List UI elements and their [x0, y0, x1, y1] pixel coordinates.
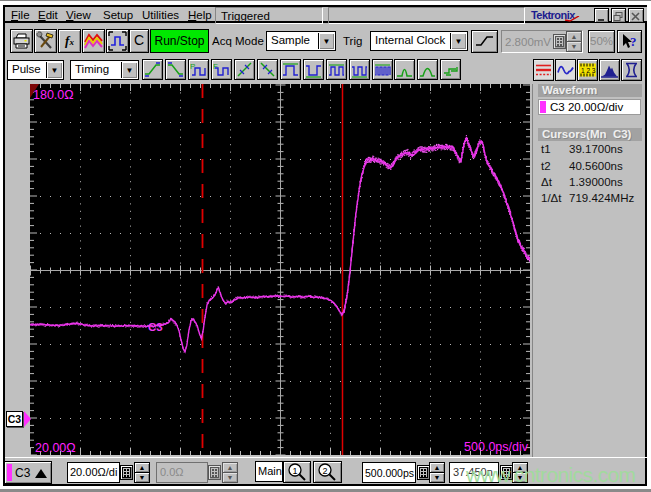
svg-text:2: 2	[323, 466, 328, 476]
svg-text:500.0ps/div: 500.0ps/div	[464, 440, 529, 454]
svg-text:1: 1	[293, 466, 298, 476]
svg-text:?: ?	[630, 34, 637, 49]
svg-text:C3: C3	[148, 321, 163, 333]
svg-text:1 2 3: 1 2 3	[581, 67, 596, 74]
svg-text:180.0Ω: 180.0Ω	[33, 88, 74, 102]
svg-text:F: F	[213, 62, 218, 71]
svg-text:20.00Ω: 20.00Ω	[35, 441, 76, 455]
